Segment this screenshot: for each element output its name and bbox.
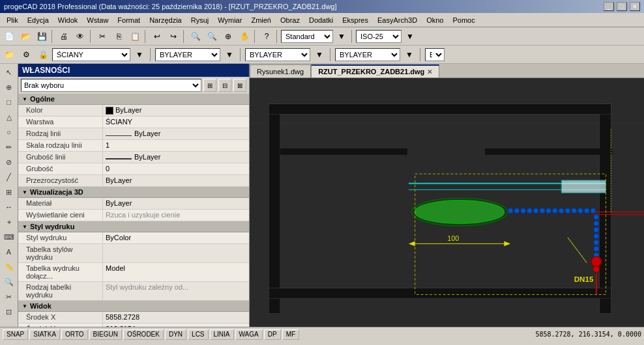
canvas-container[interactable]: 100 DN15 — [250, 78, 644, 327]
section-wizualizacja[interactable]: Wizualizacja 3D — [18, 187, 249, 198]
undo-button[interactable]: ↩ — [149, 29, 165, 44]
dyn-btn[interactable]: DYN — [165, 329, 186, 340]
menu-ekspres[interactable]: Ekspres — [338, 15, 372, 25]
menu-wstaw[interactable]: Wstaw — [83, 15, 112, 25]
prop-value-rodzaj-tabelki[interactable]: Styl wydruku zależny od... — [103, 282, 249, 300]
prop-value-grub[interactable]: 0 — [103, 163, 249, 174]
menu-widok[interactable]: Widok — [54, 15, 82, 25]
tool-12[interactable]: ⌨ — [2, 230, 16, 244]
layer-select[interactable]: ŚCIANY — [52, 48, 130, 61]
menu-narzedzia[interactable]: Narzędzia — [145, 15, 186, 25]
workspace-settings[interactable]: ▼ — [334, 29, 349, 44]
tool-4[interactable]: △ — [2, 110, 16, 124]
zoom-in-button[interactable]: 🔍 — [188, 29, 203, 44]
props-btn-3[interactable]: ⊠ — [233, 79, 246, 92]
prop-value-material[interactable]: ByLayer — [103, 198, 249, 209]
lcs-btn[interactable]: LCS — [188, 329, 208, 340]
transparency-select[interactable]: BYC — [425, 48, 445, 61]
select-tool[interactable]: ↖ — [2, 65, 16, 79]
cut-button[interactable]: ✂ — [95, 29, 110, 44]
dimstyle-select[interactable]: ISO-25 — [356, 30, 402, 43]
copy-button[interactable]: ⎘ — [111, 29, 126, 44]
tool-7[interactable]: ⊘ — [2, 155, 16, 169]
menu-dodatki[interactable]: Dodatki — [305, 15, 337, 25]
menu-edycja[interactable]: Edycja — [23, 15, 53, 25]
tool-13[interactable]: A — [2, 245, 16, 259]
object-select[interactable]: Brak wyboru — [21, 79, 201, 92]
open-button[interactable]: 📂 — [18, 29, 33, 44]
tool-15[interactable]: 🔍 — [2, 275, 16, 289]
grid-btn[interactable]: SIATKA — [29, 329, 60, 340]
tool-10[interactable]: ↔ — [2, 200, 16, 214]
layer-dropdown[interactable]: ▼ — [132, 48, 147, 62]
menu-obraz[interactable]: Obraz — [276, 15, 304, 25]
zoom-out-button[interactable]: 🔍 — [204, 29, 220, 44]
waga-btn[interactable]: WAGA — [235, 329, 263, 340]
redo-button[interactable]: ↪ — [166, 29, 181, 44]
save-button[interactable]: 💾 — [34, 29, 50, 44]
lineweight-select[interactable]: BYLAYER — [335, 48, 400, 61]
menu-okno[interactable]: Okno — [422, 15, 447, 25]
maximize-button[interactable]: □ — [617, 2, 627, 11]
color-dropdown[interactable]: ▼ — [222, 48, 237, 62]
prop-value-srodek-y[interactable]: 216.3154 — [103, 324, 249, 327]
tool-5[interactable]: ○ — [2, 125, 16, 139]
prop-value-kolor[interactable]: ByLayer — [103, 105, 249, 116]
print-button[interactable]: 🖨 — [56, 29, 72, 44]
dimstyle-dropdown[interactable]: ▼ — [402, 29, 418, 44]
linia-btn[interactable]: LINIA — [210, 329, 234, 340]
tab-rysunek1[interactable]: Rysunek1.dwg — [250, 64, 311, 77]
props-btn-2[interactable]: ⊟ — [218, 79, 231, 92]
menu-pomoc[interactable]: Pomoc — [448, 15, 478, 25]
tool-11[interactable]: ⌖ — [2, 215, 16, 229]
layer-btn3[interactable]: 🔒 — [35, 48, 51, 62]
pan-button[interactable]: ✋ — [237, 29, 252, 44]
menu-plik[interactable]: Plik — [3, 15, 22, 25]
section-widok[interactable]: Widok — [18, 301, 249, 312]
dp-btn[interactable]: DP — [264, 329, 281, 340]
close-button[interactable]: ✕ — [630, 2, 640, 11]
ortho-btn[interactable]: ORTO — [61, 329, 88, 340]
layer-btn2[interactable]: ⚙ — [18, 48, 34, 62]
section-ogolne[interactable]: Ogólne — [18, 94, 249, 105]
tool-17[interactable]: ⊡ — [2, 305, 16, 319]
osnap-btn[interactable]: OŚRODEK — [123, 329, 164, 340]
prop-value-grub-linii[interactable]: ByLayer — [103, 152, 249, 163]
snap-tool[interactable]: ⊕ — [2, 80, 16, 94]
prop-value-warstwa[interactable]: ŚCIANY — [103, 117, 249, 128]
tool-3[interactable]: □ — [2, 95, 16, 109]
prop-value-skala-linii[interactable]: 1 — [103, 140, 249, 151]
minimize-button[interactable]: _ — [604, 2, 614, 11]
layer-manager-button[interactable]: 📁 — [1, 48, 17, 62]
prop-value-rodzaj-linii[interactable]: ByLayer — [103, 128, 249, 139]
menu-rysuj[interactable]: Rysuj — [187, 15, 213, 25]
preview-button[interactable]: 👁 — [72, 29, 88, 44]
prop-value-srodek-x[interactable]: 5858.2728 — [103, 312, 249, 323]
menu-easyarch3d[interactable]: EasyArch3D — [373, 15, 421, 25]
linetype-dropdown[interactable]: ▼ — [312, 48, 327, 62]
new-button[interactable]: 📄 — [1, 29, 17, 44]
prop-value-cienie[interactable]: Rzuca i uzyskuje cienie — [103, 210, 249, 221]
tab-rzut[interactable]: RZUT_PRZEKRО_ZADB21.dwg ✕ — [311, 64, 439, 77]
menu-wymiar[interactable]: Wymiar — [214, 15, 246, 25]
mf-btn[interactable]: MF — [282, 329, 299, 340]
tool-6[interactable]: ✏ — [2, 140, 16, 154]
paste-button[interactable]: 📋 — [127, 29, 143, 44]
props-btn-1[interactable]: ⊞ — [203, 79, 216, 92]
zoom-all-button[interactable]: ⊕ — [220, 29, 236, 44]
polar-btn[interactable]: BIEGUN — [89, 329, 122, 340]
linetype-select[interactable]: BYLAYER — [245, 48, 310, 61]
prop-value-tabelka-wyd[interactable] — [103, 244, 249, 262]
prop-value-styl-wyd[interactable]: ByColor — [103, 232, 249, 243]
snap-btn[interactable]: SNAP — [3, 329, 28, 340]
tool-14[interactable]: 📏 — [2, 260, 16, 274]
prop-value-tabelka-dolacz[interactable]: Model — [103, 263, 249, 281]
tab-close-rzut[interactable]: ✕ — [427, 68, 432, 76]
menu-zmien[interactable]: Zmień — [247, 15, 275, 25]
tool-9[interactable]: ⊞ — [2, 185, 16, 199]
section-styl-wydruku[interactable]: Styl wydruku — [18, 221, 249, 232]
prop-value-przezroczystosc[interactable]: ByLayer — [103, 175, 249, 186]
help-button[interactable]: ? — [259, 29, 274, 44]
tool-16[interactable]: ✂ — [2, 290, 16, 304]
lineweight-dropdown[interactable]: ▼ — [402, 48, 417, 62]
